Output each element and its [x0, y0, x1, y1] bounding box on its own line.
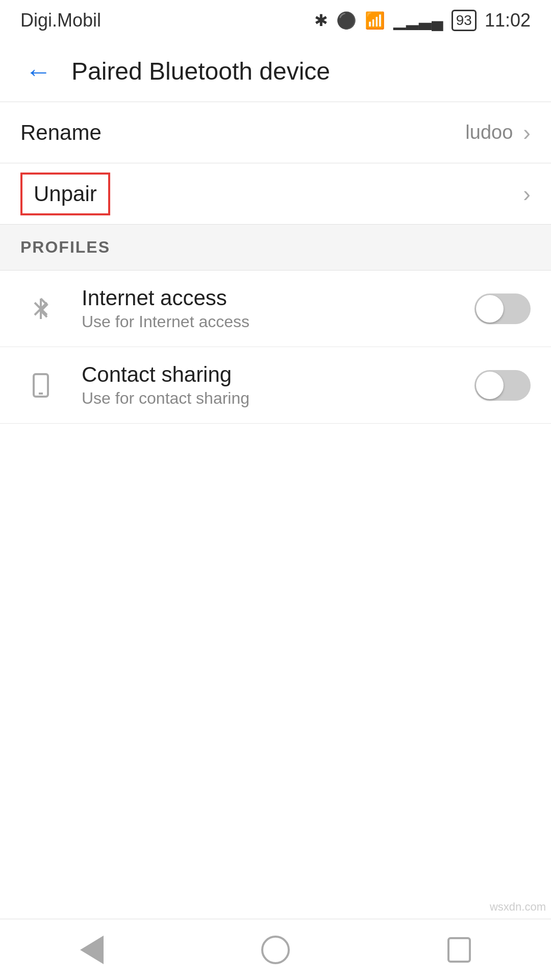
contact-sharing-left: Contact sharing Use for contact sharing	[20, 362, 249, 408]
internet-access-text: Internet access Use for Internet access	[82, 286, 249, 331]
status-bar: Digi.Mobil ✱ ⚫ 📶 ▁▂▃▄ 93 11:02	[0, 0, 551, 41]
watermark: wsxdn.com	[490, 900, 546, 914]
unpair-right: ›	[523, 181, 531, 207]
battery-indicator: 93	[452, 10, 477, 31]
contact-sharing-title: Contact sharing	[82, 362, 249, 387]
rename-chevron-icon: ›	[523, 120, 531, 145]
contact-sharing-icon	[28, 372, 54, 399]
bluetooth-profile-icon	[28, 296, 54, 322]
carrier-label: Digi.Mobil	[20, 10, 101, 31]
time-label: 11:02	[485, 10, 531, 31]
nav-back-icon	[80, 936, 104, 964]
rename-row[interactable]: Rename ludoo ›	[0, 102, 551, 163]
nav-recent-icon	[447, 937, 471, 963]
contact-sharing-subtitle: Use for contact sharing	[82, 389, 249, 408]
bluetooth-profile-icon-container	[20, 288, 61, 329]
internet-access-subtitle: Use for Internet access	[82, 312, 249, 331]
status-icons: ✱ ⚫ 📶 ▁▂▃▄ 93 11:02	[314, 10, 531, 31]
internet-access-toggle[interactable]	[474, 293, 531, 324]
contact-sharing-icon-container	[20, 365, 61, 406]
back-button[interactable]: ←	[20, 54, 56, 89]
rename-label-container: Rename	[20, 120, 102, 145]
contact-sharing-row[interactable]: Contact sharing Use for contact sharing	[0, 347, 551, 424]
internet-access-toggle-thumb	[476, 295, 504, 323]
nav-back-button[interactable]	[61, 929, 122, 970]
contact-sharing-toggle[interactable]	[474, 370, 531, 401]
profiles-section-header: PROFILES	[0, 225, 551, 271]
rename-right: ludoo ›	[465, 120, 531, 145]
profiles-section-label: PROFILES	[20, 238, 110, 257]
contact-sharing-toggle-thumb	[476, 372, 504, 399]
navigation-bar	[0, 919, 551, 980]
contact-sharing-text: Contact sharing Use for contact sharing	[82, 362, 249, 408]
unpair-highlight-box: Unpair	[20, 173, 110, 215]
unpair-row[interactable]: Unpair ›	[0, 163, 551, 225]
rename-value: ludoo	[465, 121, 513, 143]
rename-label: Rename	[20, 120, 102, 145]
internet-access-row[interactable]: Internet access Use for Internet access	[0, 271, 551, 347]
bluetooth-status-icon: ✱	[314, 11, 328, 30]
back-arrow-icon: ←	[25, 58, 52, 85]
alarm-icon: ⚫	[336, 11, 357, 30]
app-bar: ← Paired Bluetooth device	[0, 41, 551, 102]
wifi-icon: 📶	[365, 11, 385, 30]
unpair-label: Unpair	[34, 182, 97, 206]
nav-home-button[interactable]	[245, 929, 306, 970]
nav-home-icon	[261, 936, 290, 964]
nav-recent-button[interactable]	[429, 929, 490, 970]
page-title: Paired Bluetooth device	[71, 57, 330, 85]
internet-access-title: Internet access	[82, 286, 249, 310]
unpair-chevron-icon: ›	[523, 181, 531, 207]
signal-icon: ▁▂▃▄	[393, 11, 443, 30]
internet-access-left: Internet access Use for Internet access	[20, 286, 249, 331]
